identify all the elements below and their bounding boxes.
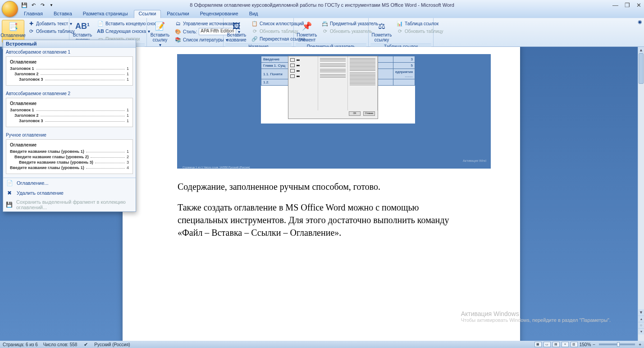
citation-icon: 📝 bbox=[155, 21, 165, 32]
insert-citation-button[interactable]: 📝 Вставить ссылку ▾ bbox=[149, 20, 171, 48]
close-button[interactable]: ✕ bbox=[636, 2, 641, 9]
mark-entry-icon: 📌 bbox=[301, 21, 312, 32]
embedded-watermark: Активация Wind bbox=[463, 159, 486, 162]
gallery-header: Встроенный bbox=[3, 40, 136, 48]
next-page-icon[interactable]: ▾ bbox=[638, 328, 644, 334]
zoom-level[interactable]: 150% bbox=[580, 342, 591, 347]
outline-view-icon[interactable]: ≡ bbox=[562, 342, 569, 347]
update-figures-icon: ⟳ bbox=[251, 28, 258, 34]
insert-toa-button[interactable]: 📊Таблица ссылок bbox=[395, 20, 445, 27]
update-toa-button[interactable]: ⟳Обновить таблицу bbox=[395, 27, 445, 35]
activation-watermark: Активация Windows Чтобы активировать Win… bbox=[461, 310, 611, 323]
update-toc-button[interactable]: ⟳Обновить таблицу bbox=[26, 27, 77, 35]
save-toc-menu-item: 💾Сохранить выделенный фрагмент в коллекц… bbox=[3, 198, 136, 211]
vertical-scrollbar[interactable]: ▲ ▴ ○ ▾ ▼ bbox=[638, 47, 644, 341]
gallery-item-auto2[interactable]: Автособираемое оглавление 2 Оглавление З… bbox=[3, 89, 136, 131]
qat-customize-icon[interactable]: ▼ bbox=[48, 1, 55, 9]
mark-entry-button[interactable]: 📌 Пометить элемент bbox=[296, 20, 318, 43]
embedded-status: Страница 1 из 1 Число слов: 14/350 Русск… bbox=[183, 166, 250, 169]
style-icon: 🎨 bbox=[175, 28, 181, 35]
list-icon: 📋 bbox=[251, 20, 258, 27]
web-layout-view-icon[interactable]: ▤ bbox=[553, 342, 560, 347]
redo-icon[interactable]: ↷ bbox=[39, 1, 46, 9]
zoom-slider[interactable] bbox=[599, 343, 635, 345]
tab-insert[interactable]: Вставка bbox=[49, 10, 77, 18]
update-index-icon: ⟳ bbox=[322, 28, 328, 34]
add-text-icon: ✚ bbox=[28, 20, 34, 27]
tab-layout[interactable]: Разметка страницы bbox=[78, 10, 133, 18]
window-title: 8 Оформляем оглавление курсовойдипломной… bbox=[190, 2, 454, 8]
browse-object-icon[interactable]: ○ bbox=[638, 322, 644, 328]
tab-references[interactable]: Ссылки bbox=[134, 10, 161, 18]
title-bar: 💾 ↶ ↷ ▼ 8 Оформляем оглавление курсовойд… bbox=[0, 0, 644, 10]
draft-view-icon[interactable]: ▥ bbox=[571, 342, 578, 347]
document-page[interactable]: Введение3 Глава 1. Сущ5 1.1. Понятиедпри… bbox=[123, 47, 520, 341]
tab-mailings[interactable]: Рассылки bbox=[162, 10, 194, 18]
full-screen-view-icon[interactable]: ▭ bbox=[544, 342, 551, 347]
toc-label: Оглавление bbox=[0, 33, 26, 38]
gallery-item-title: Автособираемое оглавление 1 bbox=[6, 50, 133, 55]
ribbon-tabs: Главная Вставка Разметка страницы Ссылки… bbox=[0, 10, 644, 18]
quick-access-toolbar: 💾 ↶ ↷ ▼ bbox=[21, 1, 55, 9]
undo-icon[interactable]: ↶ bbox=[30, 1, 37, 9]
bibliography-icon: 📚 bbox=[175, 37, 181, 43]
prev-page-icon[interactable]: ▴ bbox=[638, 316, 644, 322]
page-status[interactable]: Страница: 6 из 6 bbox=[3, 342, 38, 347]
save-toc-icon: 💾 bbox=[6, 201, 13, 208]
toc-preview: Оглавление Введите название главы (урове… bbox=[6, 139, 133, 174]
embedded-screenshot: Введение3 Глава 1. Сущ5 1.1. Понятиедпри… bbox=[177, 54, 491, 169]
insert-toc-icon: 📄 bbox=[6, 179, 13, 187]
tab-home[interactable]: Главная bbox=[19, 10, 48, 18]
remove-toc-icon: ✖ bbox=[6, 189, 13, 197]
gallery-item-auto1[interactable]: Автособираемое оглавление 1 Оглавление З… bbox=[3, 48, 136, 89]
word-count-status[interactable]: Число слов: 558 bbox=[43, 342, 78, 347]
mark-citation-button[interactable]: ⚖ Пометить ссылку bbox=[370, 20, 393, 43]
print-layout-view-icon[interactable]: ▦ bbox=[534, 342, 542, 347]
maximize-button[interactable]: ❐ bbox=[625, 2, 630, 9]
save-icon[interactable]: 💾 bbox=[21, 1, 28, 9]
index-icon: 📇 bbox=[322, 20, 328, 27]
mark-citation-icon: ⚖ bbox=[376, 21, 387, 32]
ribbon-help-icon[interactable]: ◉ bbox=[638, 19, 642, 25]
minimize-button[interactable]: — bbox=[612, 2, 618, 9]
status-bar: Страница: 6 из 6 Число слов: 558 ✔ Русск… bbox=[0, 341, 644, 348]
scrollbar-thumb[interactable] bbox=[639, 53, 644, 84]
toc-gallery-dropdown: Встроенный Автособираемое оглавление 1 О… bbox=[3, 40, 136, 212]
embedded-dialog: ■■ ■■ ■■ ■■ OKОтмена bbox=[288, 56, 378, 119]
spellcheck-icon[interactable]: ✔ bbox=[82, 341, 89, 348]
update-toa-icon: ⟳ bbox=[397, 28, 403, 34]
caption-icon: 🖼 bbox=[231, 21, 242, 32]
tab-view[interactable]: Вид bbox=[244, 10, 263, 18]
scroll-up-icon[interactable]: ▲ bbox=[638, 47, 644, 53]
scroll-down-icon[interactable]: ▼ bbox=[638, 309, 644, 316]
office-button[interactable] bbox=[2, 1, 18, 17]
endnote-icon: 📄 bbox=[97, 20, 104, 27]
cross-ref-icon: 🔗 bbox=[251, 36, 258, 42]
toc-icon: 📑 bbox=[8, 21, 18, 32]
zoom-out-icon[interactable]: − bbox=[593, 342, 595, 347]
tab-review[interactable]: Рецензирование bbox=[195, 10, 243, 18]
toc-preview: Оглавление Заголовок 11Заголовок 21Загол… bbox=[6, 56, 133, 86]
footnote-icon: AB¹ bbox=[77, 21, 88, 32]
gallery-item-title: Автособираемое оглавление 2 bbox=[6, 91, 133, 96]
zoom-in-icon[interactable]: + bbox=[639, 342, 641, 347]
gallery-item-title: Ручное оглавление bbox=[6, 133, 133, 137]
language-status[interactable]: Русский (Россия) bbox=[94, 342, 130, 347]
document-paragraph[interactable]: Также создать оглавление в MS Office Wor… bbox=[178, 201, 465, 239]
insert-caption-button[interactable]: 🖼 Вставить название bbox=[225, 20, 248, 43]
gallery-item-manual[interactable]: Ручное оглавление Оглавление Введите наз… bbox=[3, 131, 136, 178]
toa-icon: 📊 bbox=[397, 20, 403, 27]
manage-sources-icon: 🗂 bbox=[175, 20, 181, 27]
add-text-button[interactable]: ✚Добавить текст ▾ bbox=[26, 20, 77, 27]
toc-preview: Оглавление Заголовок 11Заголовок 21Загол… bbox=[6, 98, 133, 127]
next-footnote-icon: AB bbox=[97, 28, 104, 34]
document-paragraph[interactable]: Содержание, заполненное ручным способом,… bbox=[178, 180, 465, 193]
remove-toc-menu-item[interactable]: ✖Удалить оглавление bbox=[3, 188, 136, 198]
update-icon: ⟳ bbox=[28, 28, 34, 34]
insert-toc-menu-item[interactable]: 📄Оглавление... bbox=[3, 178, 136, 188]
